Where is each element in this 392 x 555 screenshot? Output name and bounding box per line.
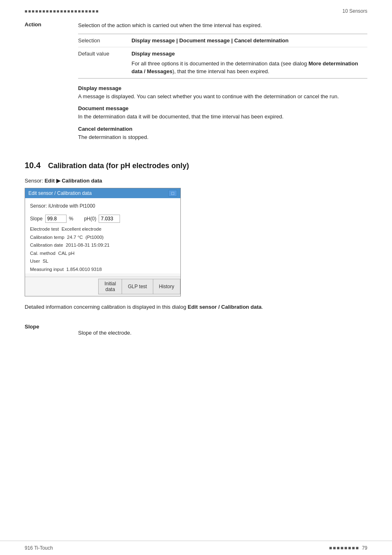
slope-desc: Slope of the electrode. bbox=[78, 324, 367, 336]
info-row-cal-temp: Calibration temp 24.7 °C (Pt1000) bbox=[30, 234, 175, 242]
footer-page-number: 79 bbox=[362, 545, 367, 551]
history-button[interactable]: History bbox=[153, 279, 180, 294]
info-row-user: User SL bbox=[30, 257, 175, 266]
slope-unit: % bbox=[69, 216, 74, 222]
sensor-nav: Sensor: Edit ▶ Calibration data bbox=[25, 178, 367, 184]
dialog-body: Sensor: iUnitrode with Pt1000 Slope % pH… bbox=[25, 198, 180, 273]
footer-page: ■■■■■■■■ 79 bbox=[329, 545, 367, 551]
dialog-title: Edit sensor / Calibration data bbox=[28, 190, 92, 196]
info-row-cal-method: Cal. method CAL pH bbox=[30, 250, 175, 258]
section-label: 10 Sensors bbox=[342, 8, 367, 14]
slope-row: Slope Slope of the electrode. bbox=[25, 324, 367, 336]
subsection-display-text: A message is displayed. You can select w… bbox=[78, 92, 367, 101]
slope-text: Slope of the electrode. bbox=[78, 330, 367, 336]
slope-section-label: Slope bbox=[25, 324, 78, 336]
action-content: Selection of the action which is carried… bbox=[78, 21, 367, 146]
subsection-cancel-determination: Cancel determination The determination i… bbox=[78, 126, 367, 141]
table-col-selection-value: Display message | Document message | Can… bbox=[131, 37, 367, 45]
dialog-fields-row: Slope % pH(0) bbox=[30, 215, 175, 223]
table-col-default-value: Display message For all three options it… bbox=[131, 50, 367, 76]
action-section: Action Selection of the action which is … bbox=[25, 21, 367, 146]
slope-section: Slope Slope of the electrode. bbox=[25, 324, 367, 336]
footer: 916 Ti-Touch ■■■■■■■■ 79 bbox=[0, 541, 392, 555]
calibration-desc: Detailed information concerning calibrat… bbox=[25, 303, 367, 311]
subsection-cancel-text: The determination is stopped. bbox=[78, 133, 367, 141]
calibration-dialog: Edit sensor / Calibration data □ Sensor:… bbox=[25, 188, 181, 296]
action-label: Action bbox=[25, 21, 78, 146]
ph-label: pH(0) bbox=[84, 216, 96, 222]
subsection-document-text: In the determination data it will be doc… bbox=[78, 113, 367, 121]
dialog-sensor-label: Sensor: iUnitrode with Pt1000 bbox=[30, 201, 175, 210]
top-bar: ■■■■■■■■■■■■■■■■■■■■■ 10 Sensors bbox=[25, 8, 367, 14]
table-col-selection-label: Selection bbox=[78, 37, 131, 45]
dialog-maximize-button[interactable]: □ bbox=[168, 190, 177, 197]
subsection-cancel-title: Cancel determination bbox=[78, 126, 367, 132]
table-row: Default value Display message For all th… bbox=[78, 47, 367, 78]
subsection-display-message: Display message A message is displayed. … bbox=[78, 85, 367, 101]
info-row-cal-date: Calibration date 2011-08-31 15:09:21 bbox=[30, 241, 175, 250]
chapter-title: Calibration data (for pH electrodes only… bbox=[48, 162, 189, 170]
table-row: Selection Display message | Document mes… bbox=[78, 34, 367, 48]
dialog-titlebar: Edit sensor / Calibration data □ bbox=[25, 188, 180, 198]
dialog-info-rows: Electrode test Excellent electrode Calib… bbox=[30, 225, 175, 273]
slope-input[interactable] bbox=[45, 215, 67, 223]
glp-test-button[interactable]: GLP test bbox=[122, 279, 152, 294]
top-dots: ■■■■■■■■■■■■■■■■■■■■■ bbox=[25, 9, 99, 14]
action-desc: Selection of the action which is carried… bbox=[78, 21, 367, 30]
chapter-number: 10.4 bbox=[25, 161, 41, 170]
subsection-document-title: Document message bbox=[78, 105, 367, 111]
info-row-electrode: Electrode test Excellent electrode bbox=[30, 225, 175, 234]
initial-data-button[interactable]: Initialdata bbox=[98, 279, 122, 294]
info-row-measuring: Measuring input 1.854.0010 9318 bbox=[30, 266, 175, 274]
ph-input[interactable] bbox=[99, 215, 120, 223]
action-table: Selection Display message | Document mes… bbox=[78, 34, 367, 79]
table-col-default-label: Default value bbox=[78, 50, 131, 76]
subsection-document-message: Document message In the determination da… bbox=[78, 105, 367, 121]
subsection-display-title: Display message bbox=[78, 85, 367, 91]
slope-label: Slope bbox=[30, 216, 43, 222]
footer-dots: ■■■■■■■■ bbox=[329, 545, 360, 551]
footer-product: 916 Ti-Touch bbox=[25, 545, 53, 551]
dialog-buttons: Initialdata GLP test History bbox=[25, 277, 180, 296]
chapter-heading: 10.4 Calibration data (for pH electrodes… bbox=[25, 161, 367, 170]
